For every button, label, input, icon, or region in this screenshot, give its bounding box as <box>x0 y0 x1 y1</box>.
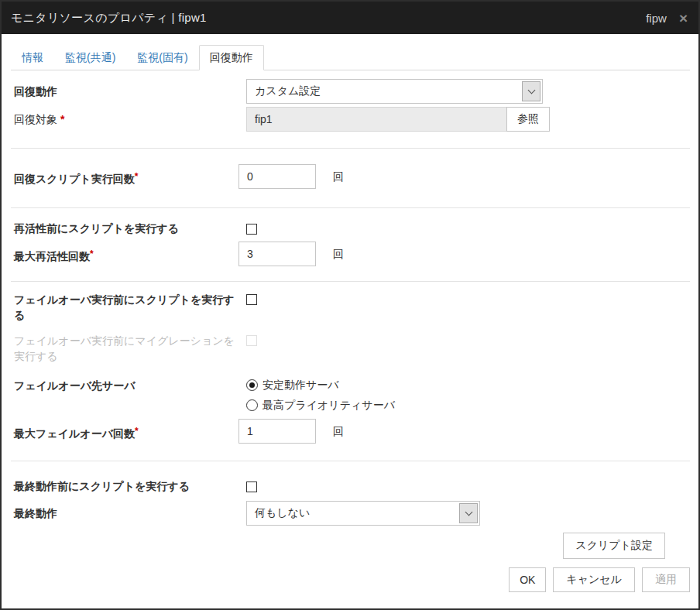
section-failover: フェイルオーバ実行前にスクリプトを実行する フェイルオーバ実行前にマイグレーショ… <box>11 282 690 461</box>
monitor-resource-properties-dialog: モニタリソースのプロパティ | fipw1 fipw × 情報 監視(共通) 監… <box>0 0 700 610</box>
script-before-final-action-checkbox[interactable] <box>246 481 257 492</box>
radio-stable-server[interactable]: 安定動作サーバ <box>246 375 395 395</box>
radio-unselected-icon <box>246 399 258 411</box>
context-label: fipw <box>646 12 667 25</box>
recovery-script-count-field[interactable] <box>238 164 316 189</box>
dialog-title: モニタリソースのプロパティ | fipw1 <box>11 11 207 26</box>
section-recovery-action: 回復動作 カスタム設定 回復対象 * 参照 <box>11 70 690 149</box>
section-reactivation: 再活性前にスクリプトを実行する 最大再活性回数* 回 <box>11 208 690 282</box>
required-mark: * <box>60 113 64 125</box>
count-unit-label: 回 <box>333 164 344 184</box>
recovery-action-label: 回復動作 <box>14 79 246 99</box>
failover-destination-label: フェイルオーバ先サーバ <box>14 375 246 393</box>
failover-destination-radios: 安定動作サーバ 最高プライオリティサーバ <box>246 375 395 415</box>
apply-button[interactable]: 適用 <box>642 567 690 592</box>
final-action-value: 何もしない <box>247 502 458 525</box>
chevron-down-icon <box>459 503 478 523</box>
recovery-action-select[interactable]: カスタム設定 <box>246 79 543 104</box>
tab-recovery-action[interactable]: 回復動作 <box>199 45 264 70</box>
recovery-target-label: 回復対象 * <box>14 107 246 127</box>
recovery-target-field <box>246 107 507 132</box>
migration-before-failover-checkbox <box>246 335 257 346</box>
script-before-reactivation-label: 再活性前にスクリプトを実行する <box>14 221 246 236</box>
script-before-reactivation-checkbox[interactable] <box>246 224 257 235</box>
cancel-button[interactable]: キャンセル <box>553 567 635 592</box>
count-unit-label: 回 <box>333 419 344 439</box>
final-action-select[interactable]: 何もしない <box>246 501 480 526</box>
required-mark: * <box>90 248 94 259</box>
titlebar: モニタリソースのプロパティ | fipw1 fipw × <box>2 2 698 34</box>
recovery-script-count-label: 回復スクリプト実行回数* <box>14 164 246 187</box>
final-action-label: 最終動作 <box>14 501 246 521</box>
tab-bar: 情報 監視(共通) 監視(固有) 回復動作 <box>11 45 690 70</box>
recovery-action-value: カスタム設定 <box>247 80 520 103</box>
script-before-final-action-label: 最終動作前にスクリプトを実行する <box>14 478 246 494</box>
close-icon[interactable]: × <box>679 11 688 26</box>
max-failover-count-label: 最大フェイルオーバ回数* <box>14 419 246 441</box>
form-content: 回復動作 カスタム設定 回復対象 * 参照 回復スクリプト実行 <box>2 70 698 592</box>
max-failover-count-field[interactable] <box>238 419 316 444</box>
max-reactivation-count-field[interactable] <box>238 242 316 266</box>
script-settings-button[interactable]: スクリプト設定 <box>563 533 665 559</box>
required-mark: * <box>135 171 139 182</box>
browse-button[interactable]: 参照 <box>506 107 550 132</box>
script-settings-row: スクリプト設定 <box>11 533 665 559</box>
ok-button[interactable]: OK <box>509 567 546 592</box>
section-final-action: 最終動作前にスクリプトを実行する 最終動作 何もしない <box>11 461 690 526</box>
radio-selected-icon <box>246 379 258 391</box>
radio-stable-server-label: 安定動作サーバ <box>262 378 339 392</box>
tab-info[interactable]: 情報 <box>11 45 54 70</box>
section-recovery-script: 回復スクリプト実行回数* 回 <box>11 149 690 208</box>
required-mark: * <box>135 426 139 437</box>
script-before-failover-checkbox[interactable] <box>246 294 257 305</box>
tab-monitor-common[interactable]: 監視(共通) <box>54 45 126 70</box>
migration-before-failover-label: フェイルオーバ実行前にマイグレーションを実行する <box>14 333 246 364</box>
tab-monitor-special[interactable]: 監視(固有) <box>126 45 198 70</box>
max-reactivation-count-label: 最大再活性回数* <box>14 242 246 264</box>
script-before-failover-label: フェイルオーバ実行前にスクリプトを実行する <box>14 292 246 323</box>
chevron-down-icon <box>522 81 540 101</box>
radio-highest-priority-server[interactable]: 最高プライオリティサーバ <box>246 395 395 415</box>
count-unit-label: 回 <box>333 242 344 262</box>
radio-highest-priority-server-label: 最高プライオリティサーバ <box>262 398 395 412</box>
dialog-action-row: OK キャンセル 適用 <box>11 567 690 592</box>
